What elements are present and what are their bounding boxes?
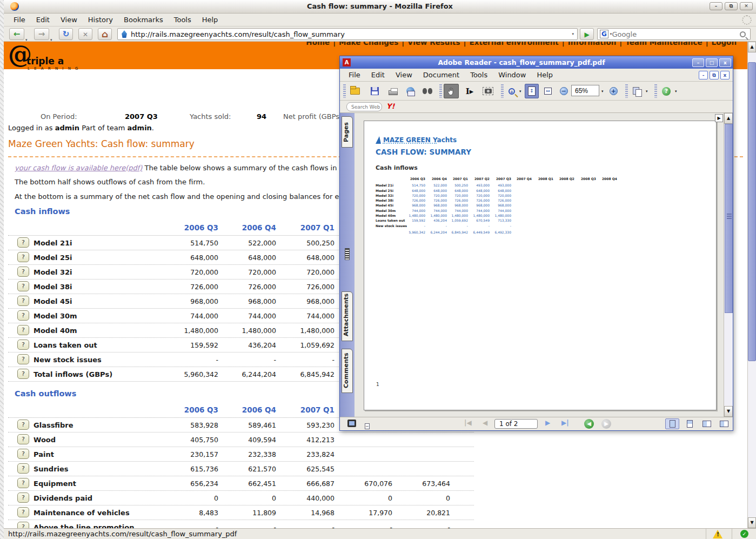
reader-scroll-up[interactable]: ▲ xyxy=(724,113,733,124)
page-layout-button[interactable] xyxy=(630,84,645,98)
screen-mode-button[interactable] xyxy=(347,420,356,427)
tab-pages[interactable]: Pages xyxy=(342,116,353,148)
help-button[interactable]: ? xyxy=(17,420,29,430)
tab-attachments[interactable]: Attachments xyxy=(342,291,353,341)
help-button[interactable]: ? xyxy=(17,434,29,444)
menu-tools[interactable]: Tools xyxy=(169,14,197,26)
help-button[interactable]: ? xyxy=(17,369,29,379)
reader-scrollbar-thumb[interactable] xyxy=(725,124,733,313)
first-page-button[interactable]: |◀ xyxy=(464,419,472,427)
menu-help[interactable]: Help xyxy=(197,14,224,26)
help-dropdown[interactable]: ▾ xyxy=(675,89,677,94)
url-input[interactable] xyxy=(131,30,568,38)
zoom-level-dropdown[interactable]: ▾ xyxy=(601,89,604,94)
help-button[interactable]: ? xyxy=(17,296,29,306)
reader-menu-help[interactable]: Help xyxy=(531,69,558,81)
fit-page-button[interactable]: ↕ xyxy=(525,84,539,98)
help-button[interactable]: ? xyxy=(17,325,29,335)
help-button[interactable]: ? xyxy=(659,84,674,98)
nav-link-logon[interactable]: Logon xyxy=(712,42,737,46)
secure-ok-icon[interactable]: ✓ xyxy=(740,530,748,538)
help-button[interactable]: ? xyxy=(17,463,29,474)
zoom-tool-dropdown[interactable]: ▾ xyxy=(519,89,521,94)
reader-menu-edit[interactable]: Edit xyxy=(366,69,390,81)
zoom-in-button[interactable]: + xyxy=(607,84,620,98)
doc-close-button[interactable]: x xyxy=(720,71,730,79)
tab-comments[interactable]: Comments xyxy=(342,349,353,393)
reader-maximize-button[interactable]: □ xyxy=(706,58,718,67)
page-layout-dropdown[interactable]: ▾ xyxy=(646,89,648,94)
stop-button[interactable]: ✕ xyxy=(78,28,92,40)
hand-tool-button[interactable] xyxy=(444,84,459,98)
back-button[interactable]: ← xyxy=(9,28,24,40)
page-number-input[interactable] xyxy=(494,419,538,429)
reader-scroll-down[interactable]: ▼ xyxy=(724,406,733,417)
single-page-view-button[interactable] xyxy=(665,418,679,429)
reload-button[interactable]: ↻ xyxy=(59,28,73,40)
doc-restore-button[interactable]: ⧉ xyxy=(710,71,719,79)
help-button[interactable]: ? xyxy=(17,354,29,364)
help-button[interactable]: ? xyxy=(17,281,29,291)
minimized-doc-button[interactable]: − xyxy=(365,420,370,430)
scroll-up-button[interactable]: ▲ xyxy=(748,42,756,52)
url-dropdown[interactable]: ▾ xyxy=(568,28,577,40)
continuous-view-button[interactable] xyxy=(683,418,697,429)
menu-history[interactable]: History xyxy=(83,14,118,26)
view-back-button[interactable]: ◀ xyxy=(584,419,594,429)
help-button[interactable]: ? xyxy=(17,493,29,503)
pane-drag-handle[interactable] xyxy=(345,248,350,260)
menu-file[interactable]: File xyxy=(8,14,31,26)
help-button[interactable]: ? xyxy=(17,340,29,350)
cash-flow-pdf-link[interactable]: your cash flow is available here(pdf) xyxy=(15,164,142,172)
reader-minimize-button[interactable]: – xyxy=(692,58,704,67)
forward-button[interactable]: → xyxy=(34,28,49,40)
web-search-input[interactable] xyxy=(612,30,740,38)
next-page-button[interactable]: ▶ xyxy=(545,419,550,427)
reader-menu-tools[interactable]: Tools xyxy=(465,69,493,81)
nav-pane-expand-button[interactable]: ▶ xyxy=(715,114,723,122)
help-button[interactable]: ? xyxy=(17,237,29,248)
help-button[interactable]: ? xyxy=(17,310,29,321)
restore-button[interactable]: ⧉ xyxy=(725,2,738,10)
reader-menu-view[interactable]: View xyxy=(390,69,418,81)
zoom-out-button[interactable]: − xyxy=(557,84,570,98)
zoom-tool-button[interactable]: + xyxy=(505,84,518,98)
help-button[interactable]: ? xyxy=(17,478,29,488)
reader-close-button[interactable]: x xyxy=(719,58,731,67)
help-button[interactable]: ? xyxy=(17,522,29,528)
zoom-level-input[interactable] xyxy=(571,85,599,96)
reader-menu-document[interactable]: Document xyxy=(418,69,465,81)
search-icon[interactable] xyxy=(740,31,746,37)
nav-link-make-changes[interactable]: Make Changes xyxy=(339,42,398,46)
go-button[interactable]: ▶ xyxy=(580,28,594,40)
help-button[interactable]: ? xyxy=(17,507,29,517)
fit-width-button[interactable]: ↔ xyxy=(541,84,555,98)
email-button[interactable] xyxy=(403,84,418,98)
select-tool-button[interactable]: I▸ xyxy=(462,84,477,98)
warning-icon[interactable] xyxy=(713,530,722,538)
print-button[interactable] xyxy=(385,84,400,98)
open-button[interactable] xyxy=(347,84,363,98)
menu-edit[interactable]: Edit xyxy=(31,14,55,26)
menu-bookmarks[interactable]: Bookmarks xyxy=(118,14,169,26)
find-button[interactable] xyxy=(420,84,435,98)
reader-menu-file[interactable]: File xyxy=(343,69,366,81)
reader-menu-window[interactable]: Window xyxy=(493,69,531,81)
previous-page-button[interactable]: ◀ xyxy=(483,419,487,427)
doc-minimize-button[interactable]: - xyxy=(699,71,708,79)
scrollbar-thumb[interactable] xyxy=(748,62,756,361)
minimize-button[interactable]: – xyxy=(710,2,722,10)
view-forward-button[interactable]: ▶ xyxy=(601,419,611,429)
nav-link-home[interactable]: Home xyxy=(306,42,330,46)
nav-link-external-environment[interactable]: External environment xyxy=(470,42,559,46)
help-button[interactable]: ? xyxy=(17,252,29,262)
search-web-input[interactable] xyxy=(346,102,382,111)
reader-scrollbar[interactable]: ▲ ▼ xyxy=(724,113,733,417)
facing-view-button[interactable] xyxy=(717,418,731,429)
help-button[interactable]: ? xyxy=(17,267,29,277)
menu-view[interactable]: View xyxy=(55,14,83,26)
help-button[interactable]: ? xyxy=(17,449,29,459)
continuous-facing-view-button[interactable] xyxy=(700,418,714,429)
save-button[interactable] xyxy=(367,84,382,98)
nav-link-information[interactable]: Information xyxy=(568,42,617,46)
